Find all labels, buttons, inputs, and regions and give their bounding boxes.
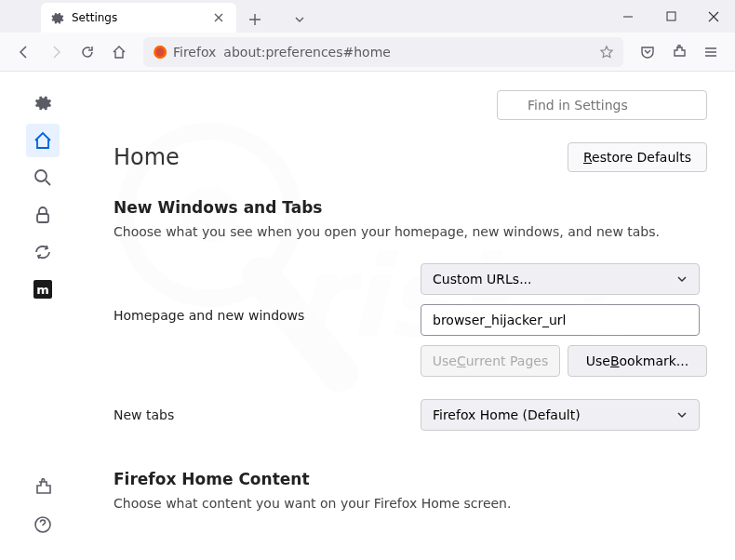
- sidebar-item-search[interactable]: [26, 161, 60, 194]
- sidebar-item-home[interactable]: [26, 124, 60, 157]
- tab-title: Settings: [72, 11, 203, 24]
- svg-point-7: [35, 170, 47, 181]
- sidebar-item-extensions[interactable]: [26, 471, 60, 504]
- url-bar[interactable]: Firefox about:preferences#home: [143, 37, 623, 67]
- tab-active[interactable]: Settings: [41, 3, 236, 33]
- forward-button[interactable]: [41, 37, 71, 67]
- section-heading-home-content: Firefox Home Content: [114, 470, 707, 488]
- newtabs-value: Firefox Home (Default): [433, 407, 581, 422]
- pocket-button[interactable]: [633, 37, 662, 67]
- sidebar-item-more[interactable]: m: [26, 273, 60, 306]
- window-controls: [607, 0, 735, 33]
- restore-defaults-button[interactable]: Restore Defaults: [568, 142, 707, 172]
- add-tab-button[interactable]: [242, 7, 268, 33]
- site-identity[interactable]: Firefox: [153, 45, 216, 60]
- tabs-dropdown-button[interactable]: [287, 7, 313, 33]
- url-text: about:preferences#home: [223, 45, 592, 60]
- sidebar-item-sync[interactable]: [26, 235, 60, 269]
- homepage-label: Homepage and new windows: [114, 263, 402, 323]
- settings-sidebar: m: [0, 72, 86, 560]
- tab-bar: Settings: [0, 0, 735, 33]
- svg-rect-4: [667, 12, 675, 20]
- settings-main: Home Restore Defaults New Windows and Ta…: [86, 72, 735, 560]
- section-desc-windows-tabs: Choose what you see when you open your h…: [114, 224, 707, 239]
- svg-rect-8: [37, 214, 48, 222]
- section-heading-windows-tabs: New Windows and Tabs: [114, 198, 707, 217]
- identity-label: Firefox: [173, 45, 216, 60]
- close-icon[interactable]: [210, 9, 227, 26]
- chevron-down-icon: [676, 273, 688, 285]
- back-button[interactable]: [9, 37, 39, 67]
- firefox-logo-icon: [153, 45, 167, 60]
- newtabs-select[interactable]: Firefox Home (Default): [421, 399, 700, 431]
- sidebar-item-help[interactable]: [26, 508, 60, 541]
- minimize-button[interactable]: [607, 0, 649, 33]
- section-desc-home-content: Choose what content you want on your Fir…: [114, 496, 707, 511]
- homepage-mode-value: Custom URLs...: [433, 272, 532, 287]
- gear-icon: [50, 11, 64, 25]
- reload-button[interactable]: [73, 37, 102, 67]
- chevron-down-icon: [676, 409, 688, 420]
- sidebar-item-general[interactable]: [26, 87, 60, 120]
- use-bookmark-button[interactable]: Use Bookmark...: [568, 345, 707, 377]
- home-button[interactable]: [104, 37, 134, 67]
- extensions-button[interactable]: [664, 37, 694, 67]
- homepage-url-input[interactable]: [421, 304, 700, 336]
- homepage-mode-select[interactable]: Custom URLs...: [421, 263, 700, 295]
- menu-button[interactable]: [696, 37, 726, 67]
- use-current-pages-button[interactable]: Use Current Pages: [421, 345, 560, 377]
- maximize-button[interactable]: [649, 0, 692, 33]
- m-icon: m: [33, 280, 52, 299]
- bookmark-star-icon[interactable]: [599, 45, 614, 60]
- find-in-settings-input[interactable]: [497, 90, 707, 120]
- sidebar-item-privacy[interactable]: [26, 198, 60, 232]
- page-title: Home: [114, 144, 180, 170]
- newtabs-label: New tabs: [114, 407, 402, 422]
- toolbar: Firefox about:preferences#home: [0, 33, 735, 72]
- close-window-button[interactable]: [692, 0, 735, 33]
